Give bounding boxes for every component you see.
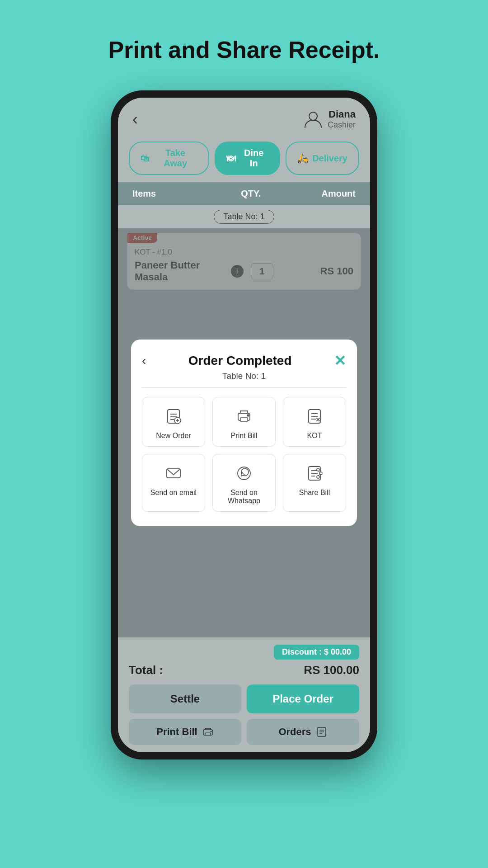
svg-point-24	[317, 476, 319, 478]
send-email-button[interactable]: Send on email	[142, 454, 205, 512]
print-bill-button[interactable]: Print Bill	[212, 397, 276, 447]
table-header: Items QTY. Amount	[118, 182, 370, 205]
kot-button[interactable]: KOT	[283, 397, 346, 447]
settle-button[interactable]: Settle	[129, 684, 241, 713]
order-items-area: Active KOT - #1.0 Paneer Butter Masala i…	[118, 228, 370, 637]
modal-actions-grid: New Order	[142, 397, 346, 512]
tab-dinein[interactable]: 🍽 Dine In	[215, 142, 280, 175]
orders-bottom-label: Orders	[278, 726, 311, 738]
discount-value: $ 00.00	[324, 647, 351, 656]
phone-screen: ‹ Diana Cashier 🛍 Take Away 🍽 Dine In	[118, 98, 370, 752]
svg-rect-29	[205, 733, 211, 736]
send-whatsapp-icon	[233, 462, 255, 484]
modal-title: Order Completed	[146, 354, 334, 368]
svg-rect-9	[240, 418, 248, 421]
order-tabs: 🛍 Take Away 🍽 Dine In 🛵 Delivery	[118, 137, 370, 182]
back-button[interactable]: ‹	[132, 110, 138, 129]
svg-point-23	[317, 468, 319, 471]
discount-badge: Discount : $ 00.00	[274, 645, 359, 660]
tab-dinein-label: Dine In	[239, 148, 268, 169]
delivery-icon: 🛵	[297, 153, 309, 164]
orders-bottom-button[interactable]: Orders	[247, 719, 359, 745]
share-bill-icon	[304, 462, 325, 484]
modal-close-button[interactable]: ✕	[334, 352, 346, 369]
modal-back-button[interactable]: ‹	[142, 354, 146, 368]
page-title: Print and Share Receipt.	[108, 36, 380, 63]
print-bill-bottom-label: Print Bill	[156, 726, 197, 738]
tab-delivery-label: Delivery	[312, 153, 347, 164]
svg-point-30	[210, 731, 211, 732]
tab-delivery[interactable]: 🛵 Delivery	[286, 142, 359, 175]
modal-overlay: ‹ Order Completed ✕ Table No: 1	[118, 228, 370, 637]
dinein-icon: 🍽	[226, 153, 235, 164]
user-role: Cashier	[328, 120, 356, 130]
send-email-icon	[163, 462, 184, 484]
table-number-badge: Table No: 1	[214, 210, 274, 224]
modal-card: ‹ Order Completed ✕ Table No: 1	[131, 340, 357, 526]
kot-icon	[304, 406, 325, 427]
user-icon	[303, 109, 323, 129]
tab-takeaway[interactable]: 🛍 Take Away	[129, 142, 209, 175]
send-whatsapp-label: Send on Whatsapp	[217, 489, 271, 505]
total-label: Total :	[129, 663, 163, 677]
top-bar: ‹ Diana Cashier	[118, 98, 370, 137]
action-buttons: Settle Place Order	[129, 684, 359, 713]
col-amount-header: Amount	[286, 189, 356, 199]
new-order-label: New Order	[156, 432, 191, 440]
user-name: Diana	[328, 108, 356, 120]
modal-divider	[142, 387, 346, 388]
table-no-row: Table No: 1	[118, 205, 370, 228]
orders-icon	[316, 726, 328, 738]
user-info: Diana Cashier	[303, 108, 356, 130]
bottom-section: Discount : $ 00.00 Total : RS 100.00 Set…	[118, 637, 370, 752]
send-whatsapp-button[interactable]: Send on Whatsapp	[212, 454, 276, 512]
share-bill-label: Share Bill	[299, 489, 330, 497]
phone-shell: ‹ Diana Cashier 🛍 Take Away 🍽 Dine In	[111, 90, 377, 760]
modal-subtitle: Table No: 1	[142, 371, 346, 381]
discount-row: Discount : $ 00.00	[129, 645, 359, 660]
svg-point-0	[309, 112, 317, 120]
print-bill-bottom-button[interactable]: Print Bill	[129, 719, 241, 745]
print-bill-label: Print Bill	[231, 432, 258, 440]
print-bill-icon	[233, 406, 255, 427]
share-bill-button[interactable]: Share Bill	[283, 454, 346, 512]
tab-takeaway-label: Take Away	[153, 148, 197, 169]
col-items-header: Items	[132, 189, 216, 199]
new-order-button[interactable]: New Order	[142, 397, 205, 447]
total-row: Total : RS 100.00	[129, 663, 359, 677]
svg-point-10	[247, 415, 249, 416]
col-qty-header: QTY.	[216, 189, 286, 199]
place-order-button[interactable]: Place Order	[247, 684, 359, 713]
send-email-label: Send on email	[150, 489, 197, 497]
kot-label-text: KOT	[307, 432, 322, 440]
total-amount: RS 100.00	[304, 663, 359, 677]
takeaway-icon: 🛍	[141, 153, 150, 164]
new-order-icon	[163, 406, 184, 427]
printer-icon	[202, 726, 214, 738]
discount-label: Discount :	[282, 647, 322, 656]
bottom-actions: Print Bill Orders	[129, 719, 359, 745]
